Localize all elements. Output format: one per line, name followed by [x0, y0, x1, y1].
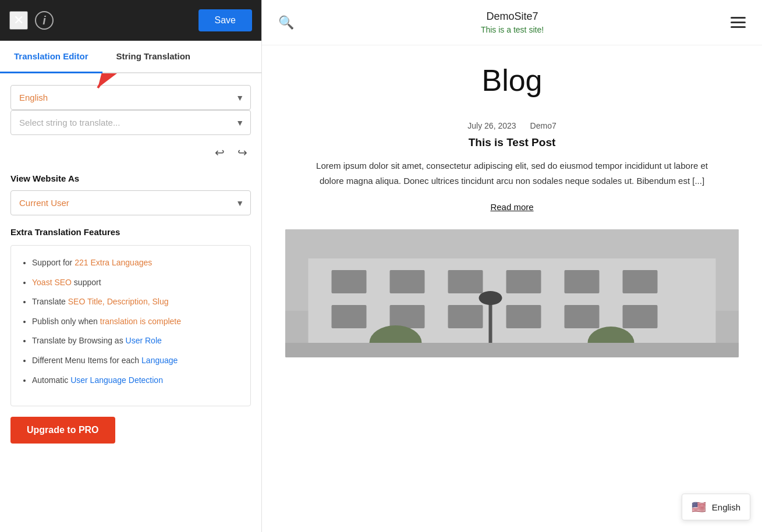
extra-features-title: Extra Translation Features: [10, 227, 251, 237]
list-item: Translate by Browsing as User Role: [32, 335, 241, 347]
view-website-label: View Website As: [10, 173, 251, 183]
svg-rect-21: [285, 343, 739, 357]
post-date: July 26, 2023: [467, 121, 516, 130]
right-panel: 🔍 DemoSite7 This is a test site! Blog Ju…: [262, 0, 762, 532]
list-item: Translate SEO Title, Description, Slug: [32, 296, 241, 308]
features-box: Support for 221 Extra Languages Yoast SE…: [10, 245, 251, 406]
top-bar: ✕ i Save: [0, 0, 261, 41]
read-more-link[interactable]: Read more: [285, 202, 739, 212]
post-excerpt: Lorem ipsum dolor sit amet, consectetur …: [309, 158, 716, 188]
features-list: Support for 221 Extra Languages Yoast SE…: [20, 257, 241, 386]
post-image: [285, 229, 739, 357]
post-image-svg: [285, 229, 739, 357]
language-select[interactable]: English Spanish French German: [10, 85, 251, 110]
string-select[interactable]: Select string to translate...: [10, 110, 251, 135]
hamburger-line: [731, 17, 746, 19]
string-select-wrapper: Select string to translate... ▼: [10, 110, 251, 135]
extra-features-section: Extra Translation Features Support for 2…: [10, 227, 251, 444]
hamburger-line: [731, 26, 746, 28]
post-author: Demo7: [530, 121, 557, 130]
svg-rect-13: [448, 305, 483, 328]
svg-rect-10: [623, 270, 658, 293]
save-button[interactable]: Save: [199, 9, 252, 31]
search-icon[interactable]: 🔍: [278, 15, 294, 30]
svg-point-18: [479, 291, 502, 305]
undo-redo-bar: ↩ ↪: [10, 143, 251, 162]
blog-heading: Blog: [285, 63, 739, 98]
svg-rect-5: [332, 270, 367, 293]
list-item: Yoast SEO support: [32, 277, 241, 289]
view-website-section: View Website As Current User Guest Admin…: [10, 173, 251, 215]
site-header: 🔍 DemoSite7 This is a test site!: [262, 0, 762, 45]
site-subtitle: This is a test site!: [294, 25, 731, 34]
hamburger-menu-button[interactable]: [731, 17, 746, 28]
language-switcher[interactable]: 🇺🇸 English: [682, 494, 750, 520]
upgrade-to-pro-button[interactable]: Upgrade to PRO: [10, 417, 115, 444]
list-item: Support for 221 Extra Languages: [32, 257, 241, 269]
flag-icon: 🇺🇸: [692, 500, 706, 514]
list-item: Automatic User Language Detection: [32, 375, 241, 386]
list-item: Different Menu Items for each Language: [32, 355, 241, 367]
view-as-select-wrapper: Current User Guest Administrator ▼: [10, 190, 251, 215]
svg-rect-14: [506, 305, 541, 328]
panel-content: English Spanish French German ▼ Select s…: [0, 73, 261, 532]
svg-rect-15: [565, 305, 600, 328]
tab-string-translation[interactable]: String Translation: [102, 41, 205, 73]
language-switcher-label: English: [712, 502, 740, 512]
svg-rect-7: [448, 270, 483, 293]
hamburger-line: [731, 22, 746, 23]
svg-rect-9: [565, 270, 600, 293]
language-select-wrapper: English Spanish French German ▼: [10, 85, 251, 110]
tab-translation-editor[interactable]: Translation Editor: [0, 41, 102, 73]
list-item: Publish only when translation is complet…: [32, 316, 241, 328]
post-title: This is Test Post: [285, 136, 739, 149]
undo-button[interactable]: ↩: [211, 143, 228, 162]
tabs: Translation Editor String Translation: [0, 41, 261, 73]
svg-rect-6: [390, 270, 425, 293]
svg-rect-11: [332, 305, 367, 328]
view-as-select[interactable]: Current User Guest Administrator: [10, 190, 251, 215]
svg-rect-8: [506, 270, 541, 293]
post-meta: July 26, 2023 Demo7: [285, 121, 739, 130]
svg-rect-16: [623, 305, 658, 328]
left-panel: ✕ i Save Translation Editor String Trans…: [0, 0, 262, 532]
site-title-block: DemoSite7 This is a test site!: [294, 10, 731, 34]
main-content: Blog July 26, 2023 Demo7 This is Test Po…: [262, 45, 762, 532]
close-button[interactable]: ✕: [9, 11, 28, 30]
info-button[interactable]: i: [35, 11, 54, 30]
site-title: DemoSite7: [294, 10, 731, 23]
svg-rect-12: [390, 305, 425, 328]
redo-button[interactable]: ↪: [234, 143, 251, 162]
